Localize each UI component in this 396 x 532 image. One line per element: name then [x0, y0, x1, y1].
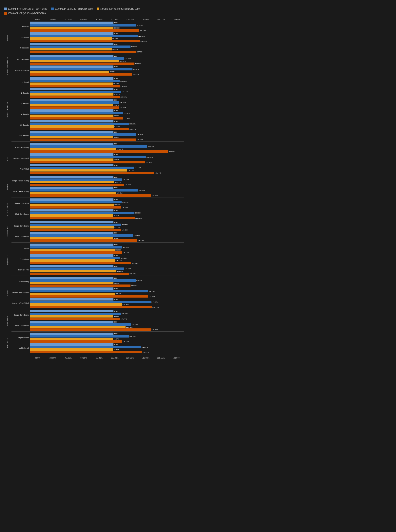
bar-value: 100% [114, 232, 118, 234]
bar-3 [30, 128, 129, 130]
chart-row: Single Thread100%118.12%99.47%110.14% [12, 332, 184, 343]
bar-wrapper: 116.12% [30, 169, 184, 172]
x-label: 60.00% [76, 19, 92, 21]
bar-value: 100% [114, 255, 118, 256]
bar-1 [30, 35, 138, 37]
bar-wrapper: 125.12% [30, 63, 184, 65]
bar-wrapper: 101.58% [30, 293, 184, 295]
bar-1 [30, 24, 136, 27]
bar-1 [30, 246, 122, 248]
chart-row: Memory Write (MB/s)100%144.61%109.78%145… [12, 298, 184, 308]
bar-wrapper: 110.14% [30, 340, 184, 343]
bars-container: 100%129.01%98.03%131.37% [30, 32, 184, 42]
group-label-9: GeekBench [4, 310, 11, 332]
bar-0 [30, 77, 113, 80]
bar-value: 100% [114, 333, 118, 335]
group-section-0: BlenderMonster100%126.51%100.00%131.08%J… [4, 22, 184, 54]
group-section-9: GeekBenchSingle-Core Score100%108.85%99.… [4, 310, 184, 332]
bar-value: 125.39% [135, 217, 142, 219]
bar-wrapper: 141.69% [30, 290, 184, 292]
group-label-10: CPU-Z Bench [4, 332, 11, 355]
bar-value: 100% [114, 288, 118, 290]
bar-wrapper: 97.83% [30, 48, 184, 51]
bar-value: 100.00% [114, 27, 120, 29]
bar-wrapper: 164.84% [30, 150, 184, 153]
bars-container: 100%108.85%99.74%107.76% [30, 310, 184, 320]
bar-3 [30, 328, 151, 331]
bar-3 [30, 262, 131, 264]
bar-wrapper: 107.76% [30, 318, 184, 320]
bar-value: 99.74% [114, 315, 119, 317]
bar-value: 124.52% [135, 167, 141, 169]
bar-value: 100% [114, 131, 118, 133]
bar-1 [30, 335, 129, 338]
bars-container: 100%118.12%99.47%110.14% [30, 332, 184, 343]
bar-value: 108.85% [122, 313, 128, 315]
bar-wrapper: 100% [30, 120, 184, 122]
bar-value: 95.02% [110, 71, 115, 73]
bars-container: 100%109.11%100.05%107.59% [30, 88, 184, 98]
bar-wrapper: 100% [30, 232, 184, 234]
bar-3 [30, 273, 129, 275]
bar-value: 109.11% [122, 91, 128, 93]
bar-wrapper: 120.82% [30, 323, 184, 326]
bar-wrapper: 99.87% [30, 114, 184, 117]
bar-wrapper: 126.51% [30, 24, 184, 27]
bar-wrapper: 100% [30, 321, 184, 323]
bar-value: 100% [114, 99, 118, 101]
bars-container: 100%144.61%109.78%145.77% [30, 298, 184, 308]
bar-2 [30, 104, 113, 106]
chart-row: Classroom100%120.39%97.83%127.39% [12, 43, 184, 53]
bar-value: 103.10% [117, 148, 123, 150]
bars-container: 100%125.10%99.34%125.39% [30, 209, 184, 219]
bar-value: 125.12% [135, 63, 141, 65]
bar-0 [30, 343, 113, 346]
bar-wrapper: 109.59% [30, 201, 184, 203]
bar-wrapper: 108.85% [30, 313, 184, 315]
x-label: 160.00% [153, 19, 169, 21]
bar-wrapper: 109.11% [30, 91, 184, 93]
bar-value: 120.39% [131, 46, 137, 48]
bars-container: 100%112.56%103.48%118.39% [30, 265, 184, 275]
group-section-4: WinRARSingle Thread (KB/s)100%110.18%100… [4, 176, 184, 198]
group-section-2: 3DMark CPU Profile1 thread100%107.36%99.… [4, 77, 184, 142]
bar-wrapper: 126.90% [30, 138, 184, 141]
bar-2 [30, 71, 109, 73]
bar-value: 99.87% [114, 115, 119, 117]
bar-wrapper: 106.67% [30, 106, 184, 109]
bar-0 [30, 22, 113, 24]
bar-wrapper: 124.52% [30, 166, 184, 169]
bar-value: 99.76% [114, 136, 119, 138]
bar-wrapper: 98.03% [30, 37, 184, 40]
bar-3 [30, 351, 142, 353]
chart-row: Multi-Core Score100%125.10%99.34%125.39% [12, 209, 184, 219]
bar-wrapper: 112.56% [30, 268, 184, 270]
group-label-3: 7-Zip [4, 143, 11, 176]
bar-1 [30, 123, 129, 125]
bar-2 [30, 315, 113, 318]
bar-wrapper: 99.47% [30, 338, 184, 340]
bar-3 [30, 117, 123, 120]
bar-wrapper: 144.61% [30, 301, 184, 303]
chart-row: Multi Thread (KB/s)100%128.99%103.31%144… [12, 187, 184, 197]
bar-wrapper: 109.18% [30, 206, 184, 209]
bar-wrapper: 100% [30, 77, 184, 80]
bar-wrapper: 145.77% [30, 306, 184, 308]
bar-2 [30, 159, 113, 161]
bar-0 [30, 164, 113, 166]
chart-row: 4 threads100%106.57%99.47%106.67% [12, 99, 184, 109]
bar-wrapper: 95.02% [30, 71, 184, 73]
bar-value: 111.46% [124, 118, 130, 119]
bar-1 [30, 133, 136, 136]
bar-wrapper: 100% [30, 310, 184, 312]
chart-row: Memory Read (MB/s)100%141.69%101.58%141.… [12, 287, 184, 297]
bar-0 [30, 153, 113, 156]
bar-value: 132.84% [142, 346, 148, 348]
bar-value: 100.13% [114, 227, 121, 228]
chart-row: PhotoShop100%108.04%101.47%121.25% [12, 254, 184, 264]
bar-2 [30, 125, 114, 128]
bar-3 [30, 51, 136, 53]
bar-value: 128.99% [138, 189, 145, 191]
chart-row: Single-Core Score100%109.59%100.31%109.1… [12, 198, 184, 209]
bar-value: 122.70% [133, 69, 140, 70]
